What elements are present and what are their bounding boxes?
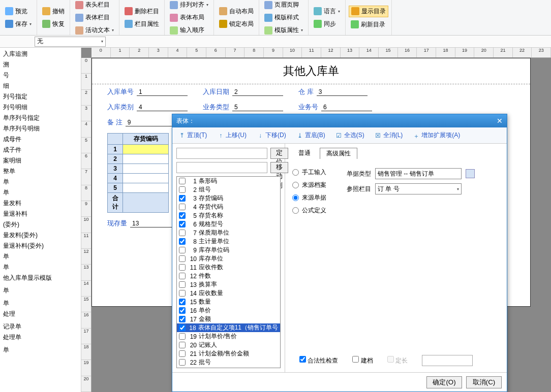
radio-manual[interactable]: [292, 169, 299, 176]
list-checkbox[interactable]: [179, 316, 186, 322]
sidebar-item[interactable]: 单: [0, 298, 81, 309]
bill-type-select[interactable]: 销售管理 -- 销售订单: [375, 168, 462, 179]
up-button[interactable]: ↑上移(U): [214, 130, 250, 141]
sidebar-item[interactable]: 列号明细: [0, 102, 81, 113]
radio-ref-bill[interactable]: [292, 194, 299, 201]
list-checkbox[interactable]: [179, 350, 186, 357]
list-item[interactable]: 5存货名称: [177, 211, 280, 220]
list-checkbox[interactable]: [179, 186, 186, 193]
lock-layout-button[interactable]: 锁定布局: [217, 19, 256, 29]
field-list[interactable]: 1条形码2组号3存货编码4存货代码5存货名称6规格型号7保质期单位8主计量单位9…: [176, 176, 281, 368]
field-value[interactable]: 4: [137, 104, 188, 111]
sidebar-item[interactable]: 处理: [0, 309, 81, 319]
list-checkbox[interactable]: [179, 299, 186, 305]
dialog-titlebar[interactable]: 表体： ✕: [172, 114, 507, 127]
list-item[interactable]: 7保质期单位: [177, 228, 280, 237]
list-item[interactable]: 21计划金额/售价金额: [177, 349, 280, 358]
list-checkbox[interactable]: [179, 359, 186, 366]
list-item[interactable]: 13换算率: [177, 280, 280, 289]
tab-advanced[interactable]: 高级属性: [320, 148, 357, 159]
table-layout-button[interactable]: 表体布局: [168, 12, 210, 23]
header-row-button[interactable]: 表头栏目: [73, 0, 116, 10]
field-value[interactable]: 9: [126, 119, 176, 126]
list-item[interactable]: 15数量: [177, 298, 280, 306]
list-checkbox[interactable]: [179, 264, 186, 271]
list-item[interactable]: 23生产日期: [177, 367, 280, 368]
sidebar-item[interactable]: 溯: [0, 59, 81, 70]
chk-archive[interactable]: 建档: [352, 356, 373, 365]
sidebar-item[interactable]: 他入库单显示模版: [0, 273, 81, 283]
grid-cell[interactable]: [123, 164, 169, 174]
undo-button[interactable]: 撤销: [40, 6, 67, 17]
sidebar-item[interactable]: 列号指定: [0, 91, 81, 102]
template-style-button[interactable]: 模版样式: [262, 12, 305, 23]
list-item[interactable]: 22批号: [177, 358, 280, 367]
grid-cell[interactable]: [123, 174, 169, 183]
delete-col-button[interactable]: 删除栏目: [123, 6, 161, 17]
lookup-icon[interactable]: [466, 169, 475, 178]
list-item[interactable]: 18表体自定义项11（销售订单号: [177, 323, 280, 332]
list-item[interactable]: 6规格型号: [177, 220, 280, 228]
down-button[interactable]: ↓下移(D): [254, 130, 289, 141]
bottom-button[interactable]: ⤓置底(B): [293, 130, 328, 141]
grid-cell[interactable]: [123, 145, 169, 154]
sidebar-item[interactable]: (委外): [0, 219, 81, 230]
sidebar-item[interactable]: 记录单: [0, 321, 81, 332]
list-item[interactable]: 17金额: [177, 315, 280, 323]
radio-ref-file[interactable]: [292, 182, 299, 188]
list-item[interactable]: 11应收件数: [177, 263, 280, 272]
sidebar-item[interactable]: 单: [0, 251, 81, 262]
close-icon[interactable]: ✕: [497, 117, 503, 125]
fixed-length-input[interactable]: [422, 355, 473, 366]
list-checkbox[interactable]: [179, 178, 186, 184]
list-checkbox[interactable]: [179, 281, 186, 288]
sidebar-item[interactable]: 整单: [0, 166, 81, 177]
list-item[interactable]: 9库存单位码: [177, 246, 280, 254]
sidebar-item[interactable]: 量退补料(委外): [0, 241, 81, 251]
list-checkbox[interactable]: [179, 342, 186, 348]
auto-layout-button[interactable]: 自动布局: [217, 6, 256, 17]
style-dropdown[interactable]: 无▾: [35, 37, 106, 47]
sidebar-item[interactable]: 成母件: [0, 134, 81, 145]
list-checkbox[interactable]: [179, 204, 186, 210]
list-item[interactable]: 16单价: [177, 306, 280, 315]
sidebar-item[interactable]: 单: [0, 177, 81, 187]
sidebar-item[interactable]: 单序列号明细: [0, 123, 81, 134]
list-item[interactable]: 4存货代码: [177, 203, 280, 211]
sidebar-item[interactable]: 处理单: [0, 332, 81, 343]
list-item[interactable]: 8主计量单位: [177, 237, 280, 246]
moveto-input[interactable]: [176, 162, 267, 173]
sync-button[interactable]: 同步: [312, 19, 342, 29]
list-checkbox[interactable]: [179, 273, 186, 279]
ref-col-select[interactable]: 订 单 号▾: [375, 183, 462, 194]
sidebar-item[interactable]: 单: [0, 345, 81, 355]
body-row-button[interactable]: 表体栏目: [73, 12, 116, 23]
sidebar-item[interactable]: 量发料(委外): [0, 230, 81, 241]
list-item[interactable]: 20记账人: [177, 341, 280, 349]
list-item[interactable]: 3存货编码: [177, 194, 280, 203]
preview-button[interactable]: 预览: [3, 6, 34, 17]
list-item[interactable]: 14应收数量: [177, 289, 280, 298]
active-text-button[interactable]: 活动文本▾: [73, 25, 116, 36]
sidebar-item[interactable]: 单: [0, 187, 81, 198]
list-item[interactable]: 12件数: [177, 272, 280, 280]
col-attr-button[interactable]: 栏目属性: [123, 19, 161, 29]
grid-cell[interactable]: [123, 183, 169, 193]
field-value[interactable]: 5: [232, 104, 283, 111]
all-button[interactable]: ☑全选(S): [332, 130, 368, 141]
refresh-toc-button[interactable]: 刷新目录: [349, 19, 388, 30]
sidebar-item[interactable]: 单序列号指定: [0, 113, 81, 123]
list-checkbox[interactable]: [179, 255, 186, 262]
sidebar-item[interactable]: 单: [0, 285, 81, 296]
list-checkbox[interactable]: [179, 333, 186, 340]
col-header[interactable]: 存货编码: [123, 134, 169, 145]
show-toc-button[interactable]: 显示目录: [349, 6, 388, 17]
template-attr-button[interactable]: 模版属性▾: [262, 25, 305, 36]
chk-fixed[interactable]: 定长: [387, 356, 408, 365]
row-header[interactable]: 3: [108, 164, 123, 174]
sidebar-item[interactable]: 号: [0, 70, 81, 81]
list-item[interactable]: 19计划单价/售价: [177, 332, 280, 341]
list-checkbox[interactable]: [179, 307, 186, 314]
input-order-button[interactable]: 输入顺序: [168, 25, 210, 36]
cancel-button[interactable]: 取消(C): [466, 376, 502, 388]
